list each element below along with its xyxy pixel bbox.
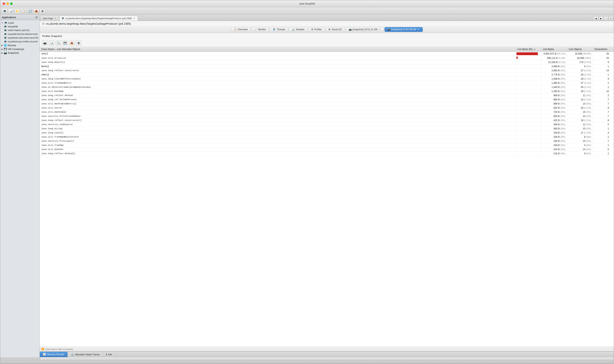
col-header-classname[interactable]: Class Name – Live Allocated Objects	[40, 47, 516, 52]
tab-snapshot-1[interactable]: 📷 [snapshot] 10:51:21 AM ✕	[346, 27, 384, 32]
sidebar-item-remote[interactable]: ▶ 🌐 Remote	[0, 43, 40, 47]
tab-sampler[interactable]: 🔬 Sampler	[289, 27, 308, 32]
table-row[interactable]: java.util.ArrayList398,112 B (5.4%)16,58…	[40, 56, 614, 60]
table-row[interactable]: java.util.Hashtable$Entry[]896 B (0%)14 …	[40, 102, 614, 106]
tab-maximize[interactable]: ⬜	[604, 16, 608, 20]
toolbar-btn-6[interactable]: 📤	[33, 9, 39, 14]
class-name-filter-input[interactable]	[45, 348, 612, 350]
toolbar-btn-1[interactable]: 💻	[2, 9, 7, 14]
tab-close-icon[interactable]: ✕	[54, 17, 57, 20]
tab-monitor[interactable]: 📈 Monitor	[251, 27, 269, 32]
sidebar-item-vm-coredumps[interactable]: ▶ 💾 VM Coredumps	[0, 47, 40, 51]
table-row[interactable]: java.lang.Class[]328 B (0%)17 (0.1%)4	[40, 131, 614, 135]
table-row[interactable]: java.io.ObjectStreamClass$WeakClassKey1,…	[40, 85, 614, 89]
memory-table-container[interactable]: Class Name – Live Allocated Objects Live…	[40, 47, 614, 347]
table-row[interactable]: java.lang.ref.SoftReference960 B (0%)24 …	[40, 98, 614, 102]
tab-label: eu.plumbr.demo.largeheap.ManyTargetsGarb…	[65, 17, 132, 20]
table-row[interactable]: java.util.TreeMap$Entry1,480 B (0%)37 (0…	[40, 81, 614, 85]
table-row[interactable]: java.security.Principal[]240 B (0%)15 (0…	[40, 139, 614, 143]
tab-close-all[interactable]: ✕	[609, 16, 613, 20]
table-row[interactable]: java.util.TreeMap240 B (0%)5 (0%)1	[40, 143, 614, 147]
tab-scroll-left[interactable]: ◀	[594, 16, 598, 20]
table-row[interactable]: java.lang.reflect.Method968 B (0%)11 (0%…	[40, 93, 614, 98]
col-header-generations[interactable]: Generations	[593, 47, 611, 52]
toolbar-btn-7[interactable]: 🖥	[40, 9, 45, 14]
toolbar-btn-5[interactable]: 🔄	[27, 9, 33, 14]
table-row[interactable]: java.lang.Object[]10,328 B (0.1%)178 (0.…	[40, 60, 614, 65]
cell-live-bytes: 256 B (0%)	[541, 135, 567, 139]
main-area: Applications ✕ ▼ 💻 Local 💻 VisualVM 💻	[0, 15, 614, 360]
tab-overview[interactable]: 📋 Overview	[231, 27, 251, 32]
col-header-live-bytes[interactable]: Live Bytes	[541, 47, 567, 52]
table-row[interactable]: java.lang.reflect.Method[]216 B (0%)9 (0…	[40, 152, 614, 156]
table-row[interactable]: java.security.CodeSource384 B (0%)12 (0%…	[40, 123, 614, 127]
snap-btn-chart[interactable]: 📊	[49, 40, 55, 45]
sidebar-item-snapshots[interactable]: ▶ 📷 Snapshots	[0, 51, 40, 55]
table-row[interactable]: java.lang.Class$ReflectionData1,568 B (0…	[40, 77, 614, 81]
snap-btn-export[interactable]: 📤	[69, 40, 75, 45]
cell-bar	[516, 102, 541, 106]
cell-bar	[516, 73, 541, 77]
snap-btn-search[interactable]: 🔍	[55, 40, 61, 45]
sidebar-item-intellij[interactable]: 💻 IntelliJ Platform (pid 811)	[2, 28, 40, 32]
table-row[interactable]: java.util.Hashtable720 B (0%)15 (0%)7	[40, 110, 614, 114]
filter-icon: 🔽	[41, 348, 44, 350]
threads-icon: 🧵	[273, 28, 275, 31]
maximize-button[interactable]	[10, 2, 13, 5]
tab-start-page[interactable]: Start Page ✕	[41, 16, 59, 21]
snapshot-close-icon[interactable]: ✕	[378, 28, 381, 31]
sidebar-scrollbar[interactable]	[0, 357, 40, 360]
sidebar-item-jetbrains-jps[interactable]: 💻 org.jetbrains.jps.cmdline.Launcher	[2, 40, 40, 43]
toolbar-btn-4[interactable]: 📋	[21, 9, 26, 14]
col-label: Generations	[594, 48, 607, 51]
table-row[interactable]: int[]6,891,872 B (94.1%)16,568 (48.9%)26	[40, 52, 614, 56]
app-icon: 💻	[4, 25, 7, 28]
snapshot-toolbar: 📷 📊 🔍 💾 📤 🗑	[40, 39, 614, 47]
cell-live-objects: 24 (0.1%)	[567, 98, 593, 102]
toolbar-btn-3[interactable]: 📁	[14, 9, 20, 14]
table-row[interactable]: java.util.TreeMap$KeyIterator256 B (0%)8…	[40, 135, 614, 139]
table-row[interactable]: byte[]3,480 B (0%)9 (0%)1	[40, 65, 614, 69]
snapshot-close-icon[interactable]: ✕	[417, 28, 420, 31]
table-row[interactable]: char[]2,776 B (0%)28 (0.1%)1	[40, 73, 614, 77]
sidebar-item-visualvm[interactable]: 💻 VisualVM	[2, 25, 40, 28]
sidebar-item-jetbrains-maven[interactable]: 💻 org.jetbrains.idea.maven.server.Re	[2, 36, 40, 40]
col-header-live-objects[interactable]: Live Objects	[567, 47, 593, 52]
tab-profiler[interactable]: ⚙ Profiler	[308, 27, 325, 32]
snap-btn-delete[interactable]: 🗑	[76, 40, 81, 45]
cell-live-bytes: 896 B (0%)	[541, 102, 567, 106]
sidebar-item-gradle[interactable]: 💻 org.gradle.launcher.daemon.boots	[2, 32, 40, 36]
bottom-tab-memory-results[interactable]: 📊 Memory Results	[40, 352, 68, 357]
table-row[interactable]: java.lang.String360 B (0%)15 (0%)1	[40, 127, 614, 131]
table-row[interactable]: java.util.HashSet224 B (0%)14 (0%)6	[40, 147, 614, 152]
toolbar-btn-2[interactable]: 📊	[8, 9, 14, 14]
bottom-tabs-bar: 📊 Memory Results 🔬 Allocation Stack Trac…	[40, 351, 614, 357]
minimize-button[interactable]	[6, 2, 9, 5]
table-row[interactable]: java.util.HashMap1,392 B (0%)29 (0.1%)10	[40, 89, 614, 93]
tab-scroll-right[interactable]: ▶	[599, 16, 603, 20]
cell-classname: java.util.TreeMap$KeyIterator	[40, 135, 516, 139]
table-body: int[]6,891,872 B (94.1%)16,568 (48.9%)26…	[40, 52, 614, 156]
table-row[interactable]: java.lang.reflect.Constructor2,960 B (0%…	[40, 69, 614, 73]
cell-bar	[516, 131, 541, 135]
tab-main-app[interactable]: 💻 eu.plumbr.demo.largeheap.ManyTargetsGa…	[59, 16, 138, 21]
col-header-live-bytes-pct[interactable]: Live Bytes [%] ▼	[516, 47, 541, 52]
cell-live-bytes: 360 B (0%)	[541, 127, 567, 131]
sidebar-item-local[interactable]: ▼ 💻 Local	[0, 21, 40, 25]
app-icon: 💻	[4, 40, 7, 43]
snap-btn-camera[interactable]: 📷	[42, 40, 48, 45]
horizontal-scrollbar[interactable]	[40, 357, 614, 360]
table-row[interactable]: java.security.ProtectionDomain600 B (0%)…	[40, 114, 614, 118]
cell-bar	[516, 69, 541, 73]
tab-threads[interactable]: 🧵 Threads	[270, 27, 288, 32]
tab-close-icon[interactable]: ✕	[133, 17, 136, 20]
table-row[interactable]: java.util.Vector832 B (0%)26 (0.1%)9	[40, 106, 614, 110]
tab-snapshot-2[interactable]: 📷 [snapshot] 10:51:39 AM ✕	[384, 27, 423, 32]
close-button[interactable]	[2, 2, 5, 5]
bottom-tab-info[interactable]: ℹ Info	[103, 352, 115, 357]
snap-btn-save[interactable]: 💾	[62, 40, 68, 45]
tab-visual-gc[interactable]: ♻ Visual GC	[325, 27, 345, 32]
table-row[interactable]: java.lang.reflect.Constructor[]432 B (0%…	[40, 118, 614, 123]
bottom-tab-allocation-stack-traces[interactable]: 🔬 Allocation Stack Traces	[68, 352, 103, 357]
sidebar-close-button[interactable]: ✕	[35, 16, 38, 19]
